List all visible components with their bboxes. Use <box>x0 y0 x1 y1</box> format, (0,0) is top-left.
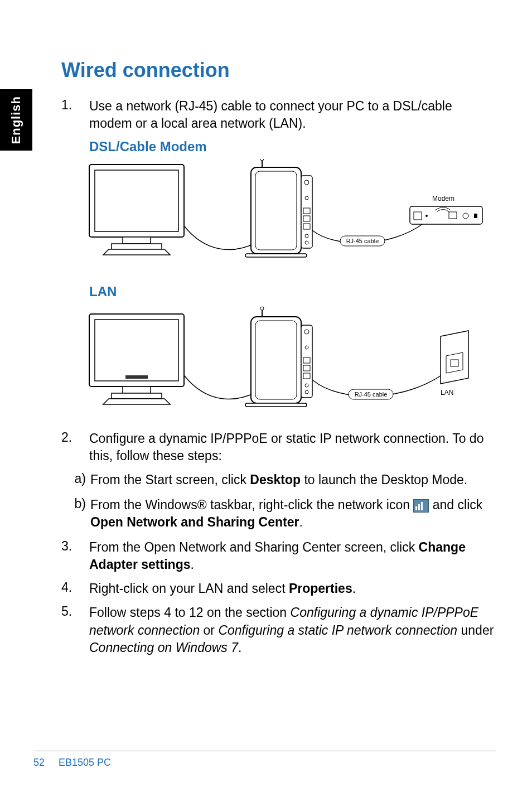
svg-rect-13 <box>303 216 310 221</box>
step-3-body: From the Open Network and Sharing Center… <box>89 539 496 573</box>
section-heading: Wired connection <box>61 59 496 82</box>
step-4-body: Right-click on your LAN and select Prope… <box>89 580 496 597</box>
page-footer: 52 EB1505 PC <box>33 751 496 769</box>
svg-rect-21 <box>449 212 457 219</box>
dsl-heading: DSL/Cable Modem <box>89 139 496 154</box>
lan-diagram: RJ-45 cable LAN <box>78 303 496 426</box>
svg-rect-1 <box>95 170 178 231</box>
svg-point-22 <box>463 213 468 219</box>
svg-rect-8 <box>245 254 307 257</box>
network-icon <box>413 499 429 513</box>
step-5-body: Follow steps 4 to 12 on the section Conf… <box>89 604 496 656</box>
svg-point-15 <box>305 234 308 238</box>
dsl-diagram: RJ-45 cable Modem <box>78 159 496 276</box>
step-2a: a) From the Start screen, click Desktop … <box>68 471 496 489</box>
lan-wall-label: LAN <box>441 389 453 397</box>
step-2: 2. Configure a dynamic IP/PPPoE or stati… <box>61 430 496 465</box>
svg-rect-28 <box>125 375 148 379</box>
svg-rect-25 <box>95 320 178 381</box>
svg-point-32 <box>260 307 264 310</box>
step-2a-bold: Desktop <box>250 472 301 487</box>
svg-point-20 <box>425 215 428 217</box>
svg-point-41 <box>305 390 308 394</box>
step-2b-bold: Open Network and Sharing Center <box>90 515 299 529</box>
step-4-bold: Properties <box>289 581 352 596</box>
svg-rect-5 <box>255 171 297 250</box>
step-4-post: . <box>352 581 356 596</box>
svg-point-11 <box>305 196 308 200</box>
step-2b-post2: . <box>299 515 302 529</box>
step-2a-post: to launch the Desktop Mode. <box>301 472 467 487</box>
svg-rect-38 <box>303 365 310 371</box>
step-4: 4. Right-click on your LAN and select Pr… <box>61 580 496 597</box>
step-2a-body: From the Start screen, click Desktop to … <box>90 471 496 489</box>
step-2a-number: a) <box>68 471 90 489</box>
svg-point-35 <box>304 330 309 334</box>
step-3-post: . <box>190 557 194 572</box>
step-1-number: 1. <box>61 98 89 132</box>
svg-rect-23 <box>474 214 477 218</box>
lan-cable-label: RJ-45 cable <box>355 391 388 398</box>
step-5: 5. Follow steps 4 to 12 on the section C… <box>61 604 496 656</box>
svg-rect-14 <box>303 224 310 229</box>
step-5-it2: Configuring a static IP network connecti… <box>218 623 457 637</box>
svg-point-10 <box>304 180 309 185</box>
svg-point-36 <box>305 346 308 349</box>
step-4-number: 4. <box>61 580 89 597</box>
svg-rect-37 <box>303 357 310 363</box>
svg-rect-27 <box>112 393 162 399</box>
svg-rect-19 <box>414 212 422 220</box>
step-2-number: 2. <box>61 430 89 465</box>
page-content: Wired connection 1. Use a network (RJ-45… <box>61 59 496 663</box>
step-1: 1. Use a network (RJ-45) cable to connec… <box>61 98 496 132</box>
step-5-it3: Connecting on Windows 7 <box>89 640 238 655</box>
svg-point-40 <box>305 384 308 387</box>
step-2b-number: b) <box>68 496 90 531</box>
step-3-number: 3. <box>61 539 89 573</box>
modem-label: Modem <box>432 195 454 202</box>
step-3: 3. From the Open Network and Sharing Cen… <box>61 539 496 573</box>
step-3-pre: From the Open Network and Sharing Center… <box>89 540 419 554</box>
step-5-pre: Follow steps 4 to 12 on the section <box>89 605 291 620</box>
language-tab: English <box>0 89 32 151</box>
step-1-body: Use a network (RJ-45) cable to connect y… <box>89 98 496 132</box>
svg-rect-43 <box>451 360 458 366</box>
step-5-post: . <box>238 640 241 655</box>
svg-rect-39 <box>303 373 310 379</box>
svg-rect-30 <box>255 321 297 399</box>
footer-model: EB1505 PC <box>59 757 111 768</box>
step-4-pre: Right-click on your LAN and select <box>89 581 289 596</box>
svg-rect-3 <box>112 244 162 249</box>
dsl-cable-label: RJ-45 cable <box>346 238 379 244</box>
step-2b-pre: From the Windows® taskbar, right-click t… <box>90 497 413 512</box>
step-2b: b) From the Windows® taskbar, right-clic… <box>68 496 496 531</box>
svg-point-7 <box>260 159 264 161</box>
svg-rect-33 <box>245 403 307 407</box>
step-5-mid2: under <box>457 623 494 637</box>
svg-point-16 <box>305 241 308 244</box>
step-2a-pre: From the Start screen, click <box>90 472 250 487</box>
svg-rect-2 <box>123 237 151 244</box>
language-label: English <box>9 96 23 144</box>
step-2b-body: From the Windows® taskbar, right-click t… <box>90 496 496 531</box>
step-5-mid1: or <box>200 623 218 637</box>
svg-rect-26 <box>123 386 151 393</box>
step-5-number: 5. <box>61 604 89 656</box>
lan-heading: LAN <box>89 284 496 299</box>
step-2b-post1: and click <box>429 497 482 512</box>
step-2-body: Configure a dynamic IP/PPPoE or static I… <box>89 430 496 465</box>
page-number: 52 <box>33 757 45 768</box>
svg-rect-12 <box>303 208 310 214</box>
